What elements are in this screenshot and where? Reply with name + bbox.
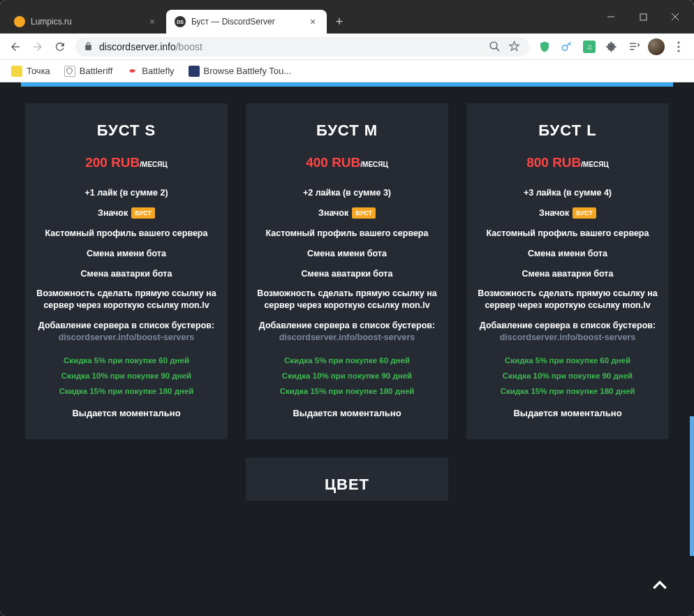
extension-key-icon[interactable] [557,37,577,57]
boost-badge: БУСТ [573,207,596,219]
window-close-button[interactable] [659,6,691,28]
bookmarks-bar: Точка Battleriff Battlefly Browse Battle… [0,60,694,82]
feature-shortlink: Возможность сделать прямую ссылку на сер… [478,288,658,311]
discount-60: Скидка 5% при покупке 60 дней [36,356,216,365]
tab-strip: Lumpics.ru × DS Буст — DiscordServer × + [0,0,595,34]
bookmark-label: Browse Battlefy Tou... [204,66,292,76]
extensions-button[interactable] [602,37,621,57]
feature-bot-name: Смена имени бота [257,248,437,260]
discounts: Скидка 5% при покупке 60 дней Скидка 10%… [36,356,216,395]
svg-point-8 [677,45,679,47]
lock-icon [84,42,94,51]
menu-button[interactable] [669,41,688,52]
page-content: БУСТ S 200 RUB/МЕСЯЦ +1 лайк (в сумме 2)… [0,82,694,616]
feature-profile: Кастомный профиль вашего сервера [257,228,437,240]
instant-delivery: Выдается моментально [36,408,216,418]
favicon-icon: DS [175,16,186,27]
discount-60: Скидка 5% при покупке 60 дней [478,356,658,365]
svg-line-5 [496,48,499,51]
plan-price: 200 RUB/МЕСЯЦ [36,155,216,170]
discount-180: Скидка 15% при покупке 180 дней [36,387,216,395]
feature-bot-avatar: Смена аватарки бота [257,268,437,280]
bookmark-battlefly[interactable]: Battlefly [121,63,179,80]
bookmark-label: Точка [27,66,50,76]
window-controls [595,0,694,34]
tab-title: Lumpics.ru [31,17,147,27]
feature-likes: +1 лайк (в сумме 2) [36,187,216,199]
titlebar: Lumpics.ru × DS Буст — DiscordServer × + [0,0,694,34]
price-period: /МЕСЯЦ [360,161,388,168]
boosters-link[interactable]: discordserver.info/boost-servers [279,332,415,342]
reload-button[interactable] [50,37,70,57]
back-button[interactable] [6,37,25,57]
feature-boosters: Добавление сервера в список бустеров: di… [478,320,658,344]
feature-badge: ЗначокБУСТ [478,207,658,219]
url-domain: discordserver.info [99,41,176,52]
discount-60: Скидка 5% при покупке 60 дней [257,356,437,365]
favicon-icon [14,16,25,27]
bookmark-battleriff[interactable]: Battleriff [59,63,118,80]
discounts: Скидка 5% при покупке 60 дней Скидка 10%… [257,356,437,395]
address-bar[interactable]: discordserver.info/boost [75,37,529,57]
feature-badge: ЗначокБУСТ [257,207,437,219]
search-icon[interactable] [489,41,501,52]
scrollbar-thumb[interactable] [690,416,694,556]
feature-bot-name: Смена имени бота [478,248,658,260]
feature-likes: +3 лайка (в сумме 4) [478,187,658,199]
instant-delivery: Выдается моментально [257,408,437,418]
pricing-plans: БУСТ S 200 RUB/МЕСЯЦ +1 лайк (в сумме 2)… [0,103,694,439]
browser-window: Lumpics.ru × DS Буст — DiscordServer × +… [0,0,694,616]
plan-l: БУСТ L 800 RUB/МЕСЯЦ +3 лайка (в сумме 4… [466,103,669,439]
profile-avatar[interactable] [647,37,666,57]
star-icon[interactable] [508,41,521,52]
discount-180: Скидка 15% при покупке 180 дней [478,387,658,395]
svg-point-4 [490,42,497,49]
svg-point-6 [562,45,568,50]
price-amount: 800 RUB [526,155,581,170]
feature-boosters: Добавление сервера в список бустеров: di… [257,320,437,344]
extension-music-icon[interactable]: ♫ [579,37,599,57]
boosters-link[interactable]: discordserver.info/boost-servers [500,332,636,342]
close-icon[interactable]: × [307,16,318,27]
tab-lumpics[interactable]: Lumpics.ru × [6,10,166,34]
color-title: ЦВЕТ [257,476,437,494]
boosters-link[interactable]: discordserver.info/boost-servers [59,332,195,342]
tab-discordserver[interactable]: DS Буст — DiscordServer × [166,10,327,34]
feature-boosters: Добавление сервера в список бустеров: di… [36,320,216,344]
forward-button[interactable] [28,37,47,57]
reading-list-icon[interactable] [624,37,644,57]
feature-badge: ЗначокБУСТ [36,207,216,219]
badge-label: Значок [98,207,128,219]
badge-label: Значок [318,207,348,219]
badge-label: Значок [539,207,569,219]
price-period: /МЕСЯЦ [581,161,609,168]
svg-rect-1 [640,14,647,20]
minimize-button[interactable] [595,6,627,28]
bookmark-label: Battlefly [142,66,174,76]
feature-bot-avatar: Смена аватарки бота [478,268,658,280]
plan-m: БУСТ M 400 RUB/МЕСЯЦ +2 лайка (в сумме 3… [246,103,448,439]
bookmark-battlefy[interactable]: Browse Battlefy Tou... [183,63,297,80]
plan-title: БУСТ L [478,122,658,140]
discount-180: Скидка 15% при покупке 180 дней [257,387,437,395]
feature-bot-name: Смена имени бота [36,248,216,260]
price-period: /МЕСЯЦ [140,161,168,168]
feature-bot-avatar: Смена аватарки бота [36,268,216,280]
extension-shield-icon[interactable] [535,37,554,57]
price-amount: 400 RUB [306,155,360,170]
scroll-to-top-button[interactable] [651,577,669,595]
maximize-button[interactable] [627,6,659,28]
tab-title: Буст — DiscordServer [191,17,307,27]
feature-profile: Кастомный профиль вашего сервера [478,228,658,240]
close-icon[interactable]: × [147,16,158,27]
price-amount: 200 RUB [85,155,140,170]
feature-likes: +2 лайка (в сумме 3) [257,187,437,199]
color-section: ЦВЕТ [246,457,448,501]
bookmark-tochka[interactable]: Точка [6,63,56,80]
feature-profile: Кастомный профиль вашего сервера [36,228,216,240]
discount-90: Скидка 10% при покупке 90 дней [478,372,658,380]
new-tab-button[interactable]: + [330,12,349,31]
plan-price: 400 RUB/МЕСЯЦ [257,155,437,170]
url-path: /boost [176,41,202,52]
svg-point-9 [677,50,679,52]
